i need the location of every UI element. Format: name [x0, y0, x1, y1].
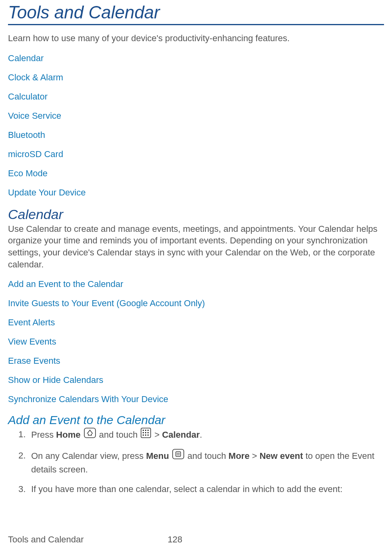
- subsection-title-add-event: Add an Event to the Calendar: [8, 413, 384, 427]
- step1-dot: .: [200, 430, 202, 440]
- toc-link-clock-alarm[interactable]: Clock & Alarm: [8, 72, 384, 83]
- toc-link-voice-service[interactable]: Voice Service: [8, 111, 384, 121]
- toc-link-microsd[interactable]: microSD Card: [8, 149, 384, 159]
- menu-icon: [172, 449, 184, 463]
- step1-press: Press: [31, 430, 56, 440]
- link-add-event[interactable]: Add an Event to the Calendar: [8, 279, 384, 289]
- svg-rect-2: [143, 430, 144, 431]
- step2-newevent: New event: [259, 451, 303, 461]
- svg-rect-6: [145, 432, 146, 433]
- toc-link-calculator[interactable]: Calculator: [8, 92, 384, 102]
- step1-gt: >: [155, 430, 162, 440]
- step1-home: Home: [56, 430, 80, 440]
- svg-rect-9: [145, 434, 146, 436]
- svg-rect-5: [143, 432, 144, 433]
- link-event-alerts[interactable]: Event Alerts: [8, 317, 384, 328]
- step-2: On any Calendar view, press Menu and tou…: [18, 450, 384, 476]
- intro-text: Learn how to use many of your device's p…: [8, 32, 384, 44]
- step2-t1: On any Calendar view, press: [31, 451, 146, 461]
- toc-link-update-device[interactable]: Update Your Device: [8, 187, 384, 198]
- link-show-hide-calendars[interactable]: Show or Hide Calendars: [8, 375, 384, 385]
- svg-rect-3: [145, 430, 146, 431]
- step2-gt: >: [249, 451, 259, 461]
- link-view-events[interactable]: View Events: [8, 337, 384, 347]
- svg-rect-4: [147, 430, 149, 431]
- step1-and-touch: and touch: [99, 430, 140, 440]
- page-title: Tools and Calendar: [8, 0, 384, 25]
- apps-grid-icon: [141, 428, 151, 442]
- link-invite-guests[interactable]: Invite Guests to Your Event (Google Acco…: [8, 298, 384, 309]
- step2-more: More: [229, 451, 250, 461]
- footer-page-number: 128: [84, 534, 384, 545]
- page-footer: Tools and Calendar 128: [8, 534, 384, 545]
- toc-link-bluetooth[interactable]: Bluetooth: [8, 130, 384, 140]
- step1-calendar: Calendar: [162, 430, 200, 440]
- step-1: Press Home and touch > Calendar.: [18, 428, 384, 442]
- steps-list: Press Home and touch > Calendar. On any …: [18, 428, 384, 495]
- section-title-calendar: Calendar: [8, 207, 384, 222]
- svg-rect-10: [147, 434, 149, 436]
- footer-section-label: Tools and Calendar: [8, 534, 84, 545]
- link-erase-events[interactable]: Erase Events: [8, 356, 384, 366]
- step2-t2: and touch: [187, 451, 229, 461]
- toc-link-calendar[interactable]: Calendar: [8, 53, 384, 64]
- calendar-description: Use Calendar to create and manage events…: [8, 223, 384, 271]
- svg-rect-7: [147, 432, 149, 433]
- link-synchronize-calendars[interactable]: Synchronize Calendars With Your Device: [8, 394, 384, 405]
- svg-rect-11: [173, 449, 184, 459]
- svg-rect-12: [176, 452, 181, 456]
- svg-rect-8: [143, 434, 144, 436]
- step2-menu: Menu: [146, 451, 169, 461]
- svg-rect-0: [84, 428, 96, 438]
- step-3: If you have more than one calendar, sele…: [18, 483, 384, 496]
- home-icon: [84, 428, 96, 442]
- toc-link-eco-mode[interactable]: Eco Mode: [8, 168, 384, 179]
